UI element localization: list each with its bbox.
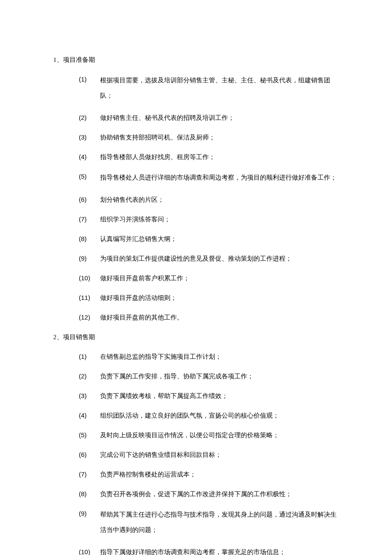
item-number: (9) [79, 509, 100, 538]
list-item: (4)指导售楼部人员做好找房、租房等工作； [53, 152, 339, 162]
item-number: (10) [79, 547, 100, 555]
item-number: (3) [79, 391, 100, 401]
item-number: (8) [79, 234, 100, 244]
item-number: (10) [79, 273, 100, 283]
item-number: (2) [79, 371, 100, 381]
item-text: 在销售副总监的指导下实施项目工作计划； [100, 352, 339, 362]
list-item: (6)划分销售代表的片区； [53, 195, 339, 205]
list-item: (1)根据项目需要，选拔及培训部分销售主管、主秘、主任、秘书及代表，组建销售团队… [53, 74, 339, 103]
item-number: (7) [79, 469, 100, 479]
list-item: (2)做好销售主任、秘书及代表的招聘及培训工作； [53, 113, 339, 123]
item-text: 认真编写并汇总销售大纲； [100, 234, 339, 244]
item-text: 协助销售支持部招聘司机、保洁及厨师； [100, 132, 339, 142]
list-item: (7)组织学习并演练答客问； [53, 214, 339, 224]
item-number: (1) [79, 74, 100, 103]
item-text: 为项目的策划工作提供建设性的意见及督促、推动策划的工作进程； [100, 253, 339, 264]
section-heading: 2、项目销售期 [53, 332, 339, 342]
item-number: (8) [79, 489, 100, 499]
item-text: 根据项目需要，选拔及培训部分销售主管、主秘、主任、秘书及代表，组建销售团队； [100, 73, 339, 103]
list-item: (9)为项目的策划工作提供建设性的意见及督促、推动策划的工作进程； [53, 253, 339, 264]
list-item: (1)在销售副总监的指导下实施项目工作计划； [53, 352, 339, 362]
list-item: (9)帮助其下属主任进行心态指导与技术指导，发现其身上的问题，通过沟通及时解决生… [53, 509, 339, 538]
item-text: 做好项目开盘前的其他工作。 [100, 312, 339, 323]
item-text: 及时向上级反映项目运作情况，以便公司指定合理的价格策略； [100, 430, 339, 440]
item-text: 完成公司下达的销售业绩目标和回款目标； [100, 450, 339, 460]
item-number: (4) [79, 152, 100, 162]
item-text: 负责下属绩效考核，帮助下属提高工作绩效； [100, 391, 339, 401]
item-text: 划分销售代表的片区； [100, 195, 339, 205]
item-text: 组织学习并演练答客问； [100, 214, 339, 224]
item-text: 帮助其下属主任进行心态指导与技术指导，发现其身上的问题，通过沟通及时解决生活当中… [100, 507, 339, 538]
item-number: (7) [79, 214, 100, 224]
list-item: (7)负责严格控制售楼处的运营成本； [53, 469, 339, 479]
section-heading: 1、项目准备期 [53, 55, 339, 65]
item-text: 负责下属的工作安排，指导、协助下属完成各项工作； [100, 371, 339, 381]
list-item: (10)做好项目开盘前客户积累工作； [53, 273, 339, 283]
item-text: 做好项目开盘前客户积累工作； [100, 273, 339, 283]
item-text: 负责召开各项例会，促进下属的工作改进并保持下属的工作积极性； [100, 489, 339, 499]
list-item: (3)协助销售支持部招聘司机、保洁及厨师； [53, 132, 339, 142]
list-item: (8)认真编写并汇总销售大纲； [53, 234, 339, 244]
item-text: 做好销售主任、秘书及代表的招聘及培训工作； [100, 113, 339, 123]
list-item: (8)负责召开各项例会，促进下属的工作改进并保持下属的工作积极性； [53, 489, 339, 499]
list-item: (3)负责下属绩效考核，帮助下属提高工作绩效； [53, 391, 339, 401]
item-number: (12) [79, 312, 100, 323]
item-number: (1) [79, 352, 100, 362]
item-text: 做好项目开盘的活动细则； [100, 293, 339, 303]
item-number: (6) [79, 195, 100, 205]
item-text: 指导售楼部人员做好找房、租房等工作； [100, 152, 339, 162]
item-number: (5) [79, 430, 100, 440]
item-number: (2) [79, 113, 100, 123]
item-number: (4) [79, 410, 100, 421]
list-item: (12)做好项目开盘前的其他工作。 [53, 312, 339, 323]
item-text: 组织团队活动，建立良好的团队气氛，宣扬公司的核心价值观； [100, 410, 339, 421]
item-text: 指导下属做好详细的市场调查和周边考察，掌握充足的市场信息； [100, 547, 339, 555]
list-item: (10)指导下属做好详细的市场调查和周边考察，掌握充足的市场信息； [53, 547, 339, 555]
list-item: (6)完成公司下达的销售业绩目标和回款目标； [53, 450, 339, 460]
item-text: 指导售楼处人员进行详细的市场调查和周边考察，为项目的顺利进行做好准备工作； [100, 170, 339, 185]
item-number: (3) [79, 132, 100, 142]
list-item: (5)指导售楼处人员进行详细的市场调查和周边考察，为项目的顺利进行做好准备工作； [53, 171, 339, 185]
item-number: (9) [79, 253, 100, 264]
item-number: (5) [79, 171, 100, 185]
item-number: (11) [79, 293, 100, 303]
list-item: (5)及时向上级反映项目运作情况，以便公司指定合理的价格策略； [53, 430, 339, 440]
list-item: (11)做好项目开盘的活动细则； [53, 293, 339, 303]
document-body: 1、项目准备期(1)根据项目需要，选拔及培训部分销售主管、主秘、主任、秘书及代表… [53, 55, 339, 555]
item-text: 负责严格控制售楼处的运营成本； [100, 469, 339, 479]
item-number: (6) [79, 450, 100, 460]
list-item: (2)负责下属的工作安排，指导、协助下属完成各项工作； [53, 371, 339, 381]
list-item: (4)组织团队活动，建立良好的团队气氛，宣扬公司的核心价值观； [53, 410, 339, 421]
